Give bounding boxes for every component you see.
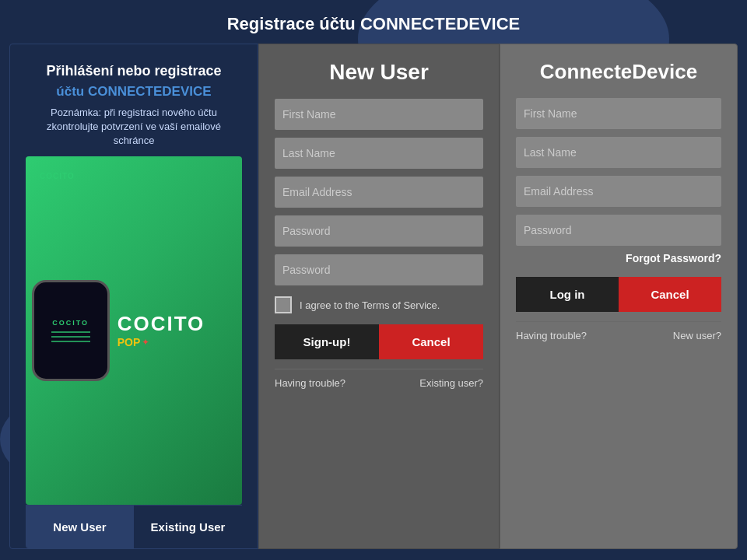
watch-lines	[51, 331, 90, 342]
new-user-panel: New User I agree to the Terms of Service…	[258, 44, 500, 549]
pop-star-icon: ✦	[142, 337, 149, 348]
forgot-password-link[interactable]: Forgot Password?	[516, 252, 721, 264]
cocito-pop-area: POP ✦	[117, 336, 150, 348]
existing-user-button[interactable]: Existing User	[134, 505, 242, 548]
login-panel: ConnecteDevice Forgot Password? Log in C…	[500, 44, 738, 549]
login-panel-title: ConnecteDevice	[540, 60, 697, 84]
watch-face: COCITO	[32, 280, 110, 381]
watch-brand-small: COCITO	[52, 319, 89, 327]
login-button[interactable]: Log in	[516, 277, 619, 312]
new-user-footer-links: Having trouble? Existing user?	[275, 369, 483, 395]
login-buttons: Log in Cancel	[516, 277, 721, 312]
new-user-buttons: Sign-up! Cancel	[275, 324, 483, 359]
terms-text: I agree to the Terms of Service.	[300, 299, 440, 311]
new-user-button[interactable]: New User	[26, 505, 134, 548]
new-user-password-confirm-input[interactable]	[275, 254, 483, 285]
watch-image: COCITO COCITO COCITO POP ✦	[26, 156, 242, 505]
left-panel-subtitle: účtu CONNECTEDEVICE	[56, 84, 211, 100]
new-user-login-link[interactable]: New user?	[673, 330, 721, 341]
new-user-first-name-input[interactable]	[275, 99, 483, 130]
signup-button[interactable]: Sign-up!	[275, 324, 379, 359]
pop-label: POP	[117, 336, 141, 348]
main-container: Přihlášení nebo registrace účtu CONNECTE…	[9, 44, 738, 549]
terms-row: I agree to the Terms of Service.	[275, 296, 483, 313]
new-user-cancel-button[interactable]: Cancel	[379, 324, 483, 359]
cocito-logo-area: COCITO POP ✦	[117, 312, 205, 348]
cocito-small-label: COCITO	[40, 172, 75, 180]
left-bottom-buttons: New User Existing User	[26, 505, 242, 548]
login-cancel-button[interactable]: Cancel	[619, 277, 721, 312]
login-last-name-input[interactable]	[516, 137, 721, 168]
new-user-email-input[interactable]	[275, 177, 483, 208]
login-email-input[interactable]	[516, 176, 721, 207]
left-panel: Přihlášení nebo registrace účtu CONNECTE…	[9, 44, 258, 549]
terms-checkbox[interactable]	[275, 296, 292, 313]
new-user-panel-title: New User	[329, 60, 429, 85]
cocito-brand-text: COCITO	[117, 312, 205, 336]
existing-user-link[interactable]: Existing user?	[419, 377, 483, 389]
new-user-password-input[interactable]	[275, 215, 483, 247]
login-first-name-input[interactable]	[516, 98, 721, 129]
login-trouble-link[interactable]: Having trouble?	[516, 330, 587, 341]
login-password-input[interactable]	[516, 215, 721, 246]
left-panel-note: Poznámka: při registraci nového účtu zko…	[26, 106, 242, 149]
page-title: Registrace účtu CONNECTEDEVICE	[0, 0, 747, 44]
left-panel-title: Přihlášení nebo registrace	[46, 63, 221, 79]
login-footer-links: Having trouble? New user?	[516, 321, 721, 348]
new-user-last-name-input[interactable]	[275, 138, 483, 169]
new-user-trouble-link[interactable]: Having trouble?	[275, 377, 345, 389]
